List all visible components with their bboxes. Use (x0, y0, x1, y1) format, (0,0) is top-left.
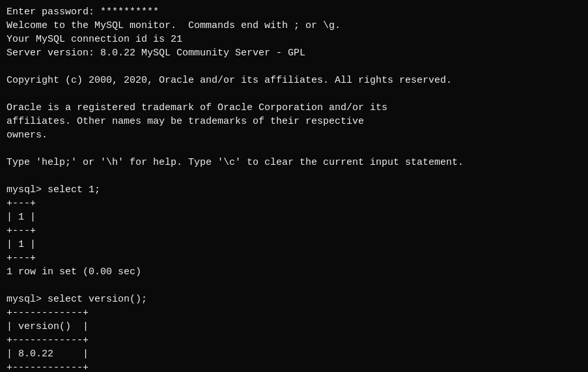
terminal-output: Enter password: ********** Welcome to th… (7, 5, 581, 372)
